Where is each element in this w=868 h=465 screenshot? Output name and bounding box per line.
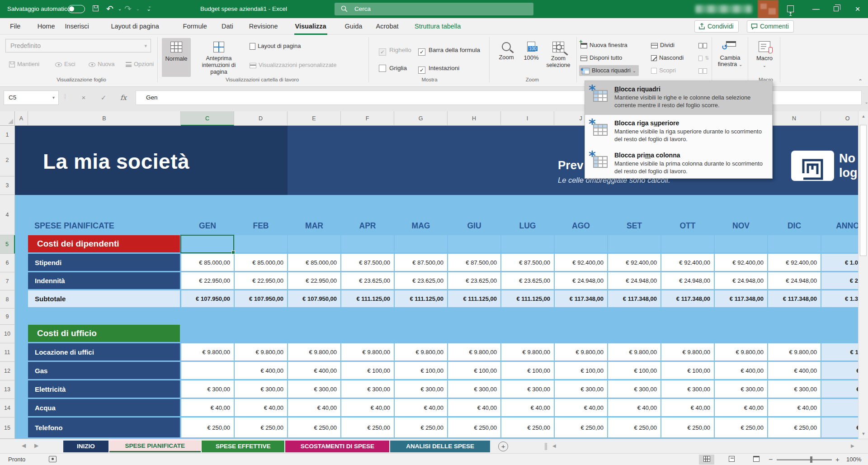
value-cell[interactable]: € 92.400,00 [555,254,607,271]
sheet-tab-analisi-delle-spese[interactable]: ANALISI DELLE SPESE [390,441,490,452]
row-label[interactable]: Gas [28,362,180,379]
hide-button[interactable]: Nascondi [651,52,684,63]
value-cell[interactable] [181,362,234,379]
value-cell[interactable]: € 400,00 [235,362,287,379]
value-cell[interactable]: € 117.348,00 [715,290,767,307]
value-cell[interactable]: € 9.800,00 [661,343,714,361]
value-cell[interactable]: € 40,00 [288,399,340,416]
value-cell[interactable]: € 117.348,00 [555,290,607,307]
row-label[interactable]: Locazione di uffici [28,343,180,361]
value-cell[interactable]: € 107.950,00 [235,290,287,307]
value-cell[interactable]: € 40,00 [715,399,767,416]
value-cell[interactable]: € 24.948,00 [715,272,767,289]
value-cell[interactable]: € 40,00 [501,399,554,416]
row-header-6[interactable]: 6 [0,254,15,272]
zoom-out-icon[interactable]: − [769,456,773,464]
value-cell[interactable]: € 400,00 [768,362,821,379]
value-cell[interactable]: € 300,00 [181,380,234,398]
value-cell[interactable]: € 40,00 [555,399,607,416]
freeze-panes-button[interactable]: Blocca riquadri ⌄ [579,65,639,76]
empty-cell[interactable] [661,235,714,252]
view-side-by-side-icon[interactable] [698,40,709,51]
value-cell[interactable]: € 250,00 [555,418,607,437]
value-cell[interactable]: € 250,00 [341,418,394,437]
accessibility-icon[interactable] [49,456,57,462]
value-cell[interactable]: € 111.125,00 [341,290,394,307]
ribbon-tab-acrobat[interactable]: Acrobat [375,18,400,35]
empty-cell[interactable] [715,235,767,252]
value-cell[interactable]: € 300,00 [661,380,714,398]
switch-windows-button[interactable]: ↺ Cambiafinestra ⌄ [714,38,746,77]
row-header-7[interactable]: 7 [0,272,15,290]
restore-button[interactable] [826,0,847,18]
section-header-green[interactable]: Costi di ufficio [28,325,180,342]
sheet-tab-spese-pianificate[interactable]: SPESE PIANIFICATE [109,441,201,452]
value-cell[interactable]: € 9.800,00 [448,343,500,361]
value-cell[interactable]: € 9.800,00 [715,343,767,361]
section-header-red[interactable]: Costi dei dipendenti [28,235,180,252]
value-cell[interactable]: € 24.948,00 [555,272,607,289]
value-cell[interactable]: € 100,00 [608,362,660,379]
empty-cell[interactable] [395,235,447,252]
row-header-5[interactable]: 5 [0,235,15,254]
empty-cell[interactable] [768,235,821,252]
sheet-nav-left-icon[interactable]: ◀ [22,442,26,449]
empty-cell[interactable] [235,235,287,252]
value-cell[interactable]: € 87.500,00 [395,254,447,271]
value-cell[interactable]: € 117.348,00 [768,290,821,307]
value-cell[interactable]: € 9.800,00 [768,343,821,361]
value-cell[interactable]: € 250,00 [501,418,554,437]
vertical-scrollbar[interactable]: ▲ ▼ [858,111,868,439]
column-header-F[interactable]: F [341,111,394,126]
value-cell[interactable]: € 400,00 [715,362,767,379]
split-button[interactable]: Dividi [651,40,675,51]
ribbon-tab-revisione[interactable]: Revisione [248,18,279,35]
value-cell[interactable]: € 111.125,00 [395,290,447,307]
value-cell[interactable]: € 9.800,00 [395,343,447,361]
row-label[interactable]: Indennità [28,272,180,289]
hscroll-right-icon[interactable]: ▶ [851,443,854,448]
name-box[interactable]: C5▾ [4,90,59,105]
zoom-button[interactable]: Zoom [494,38,519,77]
empty-cell[interactable] [501,235,554,252]
zoom-slider-thumb[interactable] [810,456,812,463]
row-header-11[interactable]: 11 [0,343,15,362]
value-cell[interactable]: € 111.125,00 [448,290,500,307]
empty-cell[interactable] [341,235,394,252]
zoom-selection-button[interactable]: Zoom selezione [543,38,573,77]
value-cell[interactable]: € 23.625,00 [341,272,394,289]
value-cell[interactable]: € 85.000,00 [235,254,287,271]
column-header-D[interactable]: D [234,111,288,126]
close-button[interactable]: × [847,0,868,18]
value-cell[interactable]: € 9.800,00 [341,343,394,361]
comments-button[interactable]: Commenti [747,20,794,33]
value-cell[interactable]: € 87.500,00 [448,254,500,271]
formula-bar-checkbox[interactable]: ✓Barra della formula [418,46,480,55]
ribbon-display-options-button[interactable] [780,0,801,18]
value-cell[interactable]: € 24.948,00 [661,272,714,289]
column-header-H[interactable]: H [448,111,501,126]
value-cell[interactable]: € 40,00 [341,399,394,416]
value-cell[interactable]: € 107.950,00 [181,290,234,307]
ribbon-tab-layout-di-pagina[interactable]: Layout di pagina [110,18,160,35]
value-cell[interactable]: € 250,00 [608,418,660,437]
select-all-corner[interactable] [0,111,15,126]
row-header-4[interactable]: 4 [0,195,15,235]
scroll-up-icon[interactable]: ▲ [859,114,868,119]
value-cell[interactable]: € 9.800,00 [288,343,340,361]
value-cell[interactable]: € 300,00 [288,380,340,398]
value-cell[interactable]: € 40,00 [181,399,234,416]
value-cell[interactable]: € 23.625,00 [395,272,447,289]
scroll-down-icon[interactable]: ▼ [859,432,868,436]
value-cell[interactable]: € 92.400,00 [768,254,821,271]
value-cell[interactable]: € 85.000,00 [288,254,340,271]
value-cell[interactable]: € 100,00 [341,362,394,379]
macros-button[interactable]: Macro⌄ [751,38,778,77]
value-cell[interactable]: € 300,00 [501,380,554,398]
sheet-tab-scostamenti-di-spese[interactable]: SCOSTAMENTI DI SPESE [285,441,389,452]
autosave-toggle[interactable] [68,5,85,13]
ribbon-tab-file[interactable]: File [9,18,21,35]
empty-cell[interactable] [555,235,607,252]
row-label[interactable]: Stipendi [28,254,180,271]
column-header-E[interactable]: E [288,111,341,126]
